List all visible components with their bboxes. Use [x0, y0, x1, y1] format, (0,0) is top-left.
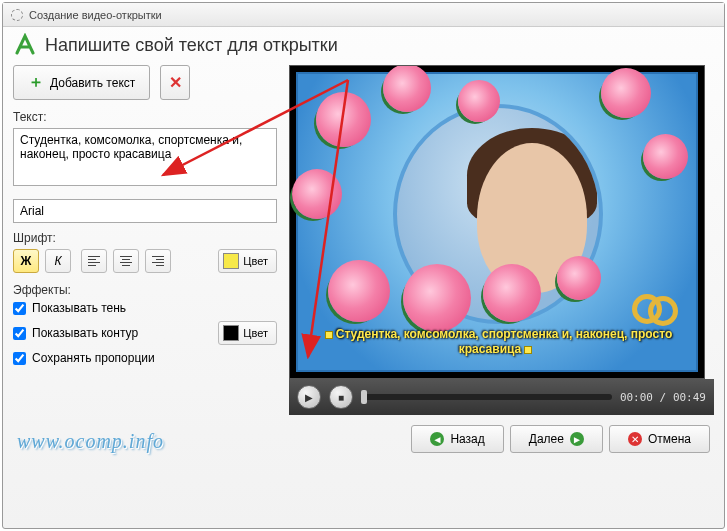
outline-color-swatch	[223, 325, 239, 341]
app-icon	[11, 9, 23, 21]
watermark-text: www.ocomp.info	[17, 430, 164, 453]
cancel-button[interactable]: ✕ Отмена	[609, 425, 710, 453]
align-right-toggle[interactable]	[145, 249, 171, 273]
seek-track[interactable]	[361, 394, 612, 400]
preview-frame: Студентка, комсомолка, спортсменка и, на…	[296, 72, 698, 372]
outline-color-label: Цвет	[243, 327, 268, 339]
shadow-check-row[interactable]: Показывать тень	[13, 301, 277, 315]
rose-icon	[292, 169, 342, 219]
effects-label: Эффекты:	[13, 283, 277, 297]
bold-toggle[interactable]: Ж	[13, 249, 39, 273]
player-bar: ▶ ■ 00:00 / 00:49	[289, 379, 714, 415]
text-color-label: Цвет	[243, 255, 268, 267]
text-label: Текст:	[13, 110, 277, 124]
text-input[interactable]	[13, 128, 277, 186]
arrow-right-icon: ►	[570, 432, 584, 446]
shadow-checkbox[interactable]	[13, 302, 26, 315]
page-title: Напишите свой текст для открытки	[45, 35, 338, 56]
x-icon: ✕	[169, 73, 182, 92]
titlebar: Создание видео-открытки	[3, 3, 724, 27]
page-header: Напишите свой текст для открытки	[13, 33, 714, 57]
next-button[interactable]: Далее ►	[510, 425, 603, 453]
time-display: 00:00 / 00:49	[620, 391, 706, 404]
preview-caption[interactable]: Студентка, комсомолка, спортсменка и, на…	[308, 327, 686, 358]
keep-ratio-label: Сохранять пропорции	[32, 351, 155, 365]
rose-icon	[643, 134, 688, 179]
window-title: Создание видео-открытки	[29, 9, 162, 21]
wedding-rings-icon	[632, 294, 682, 328]
cancel-icon: ✕	[628, 432, 642, 446]
delete-text-button[interactable]: ✕	[160, 65, 190, 100]
plus-icon: ＋	[28, 72, 44, 93]
font-select[interactable]	[13, 199, 277, 223]
format-label: Шрифт:	[13, 231, 277, 245]
selection-handle[interactable]	[325, 331, 333, 339]
add-text-label: Добавить текст	[50, 76, 135, 90]
outline-color-button[interactable]: Цвет	[218, 321, 277, 345]
rose-icon	[483, 264, 541, 322]
rose-icon	[383, 65, 431, 112]
rose-icon	[458, 80, 500, 122]
rose-icon	[316, 92, 371, 147]
outline-checkbox[interactable]	[13, 327, 26, 340]
outline-check-row[interactable]: Показывать контур	[13, 326, 212, 340]
video-preview[interactable]: Студентка, комсомолка, спортсменка и, на…	[289, 65, 705, 379]
rose-icon	[557, 256, 601, 300]
rose-icon	[403, 264, 471, 332]
outline-label: Показывать контур	[32, 326, 138, 340]
arrow-left-icon: ◄	[430, 432, 444, 446]
text-color-swatch	[223, 253, 239, 269]
text-a-icon	[13, 33, 37, 57]
rose-icon	[328, 260, 390, 322]
italic-toggle[interactable]: К	[45, 249, 71, 273]
back-button[interactable]: ◄ Назад	[411, 425, 503, 453]
keep-ratio-checkbox[interactable]	[13, 352, 26, 365]
add-text-button[interactable]: ＋ Добавить текст	[13, 65, 150, 100]
rose-icon	[601, 68, 651, 118]
right-panel: Студентка, комсомолка, спортсменка и, на…	[289, 65, 714, 415]
app-window: Создание видео-открытки Напишите свой те…	[2, 2, 725, 529]
seek-thumb[interactable]	[361, 390, 367, 404]
text-color-button[interactable]: Цвет	[218, 249, 277, 273]
keep-ratio-check-row[interactable]: Сохранять пропорции	[13, 351, 277, 365]
align-center-toggle[interactable]	[113, 249, 139, 273]
play-button[interactable]: ▶	[297, 385, 321, 409]
shadow-label: Показывать тень	[32, 301, 126, 315]
selection-handle[interactable]	[524, 346, 532, 354]
left-panel: ＋ Добавить текст ✕ Текст: Шрифт: Ж К	[13, 65, 277, 415]
align-left-toggle[interactable]	[81, 249, 107, 273]
stop-button[interactable]: ■	[329, 385, 353, 409]
